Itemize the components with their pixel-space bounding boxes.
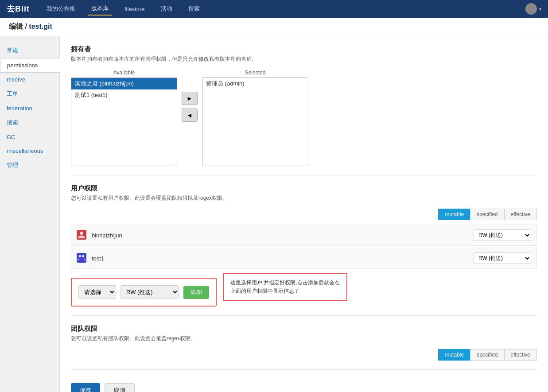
nav-activity[interactable]: 活动	[157, 3, 176, 15]
app-logo: 去Blit	[7, 4, 30, 14]
user-perm-desc: 您可以设置私有用户权限。此设置会覆盖团队权限以及regex权限。	[71, 194, 537, 202]
selected-listbox[interactable]: 管理员 (admin)	[202, 78, 308, 166]
team-perm-title: 团队权限	[71, 325, 537, 333]
selected-label: Selected	[245, 70, 266, 76]
user-selector[interactable]: 请选择	[78, 285, 116, 299]
sidebar-item-search[interactable]: 搜索	[0, 115, 59, 130]
add-button[interactable]: 添加	[183, 286, 209, 299]
breadcrumb-repo[interactable]: test.git	[29, 23, 52, 30]
tab-specified-user[interactable]: specified	[470, 209, 504, 220]
sidebar-item-receive[interactable]: receive	[0, 73, 59, 86]
svg-rect-2	[77, 253, 86, 263]
move-right-button[interactable]: ►	[182, 92, 198, 105]
perm-select-binhaizhijun[interactable]: RW (推送) R (只读) RW+ (强制推送) 禁止 (deny)	[474, 229, 531, 241]
divider-3	[71, 369, 537, 370]
tab-mutable-team[interactable]: mutable	[438, 349, 470, 361]
avatar[interactable]	[525, 3, 537, 15]
perm-selector[interactable]: RW (推送) R (只读) RW+ (强制推送) 禁止 (deny)	[120, 285, 179, 299]
perm-row-binhaizhijun: binhaizhijun RW (推送) R (只读) RW+ (强制推送) 禁…	[71, 225, 537, 246]
owner-listbox-area: Available 滨海之君 (binhaizhijun) 测试1 (test1…	[71, 70, 537, 166]
sidebar-item-admin[interactable]: 管理	[0, 158, 59, 173]
tab-effective-team[interactable]: effective	[504, 349, 537, 361]
transfer-buttons: ► ◄	[182, 92, 198, 122]
tab-mutable-user[interactable]: mutable	[438, 209, 470, 220]
user-perm-section: 用户权限 您可以设置私有用户权限。此设置会覆盖团队权限以及regex权限。 mu…	[71, 184, 537, 307]
nav-search[interactable]: 搜索	[185, 3, 203, 15]
user-perm-tabs: mutable specified effective	[71, 209, 537, 220]
username-test1: test1	[92, 255, 469, 262]
sidebar-item-permissions[interactable]: permissions	[0, 58, 60, 73]
svg-point-1	[80, 232, 83, 235]
team-perm-tabs: mutable specified effective	[71, 349, 537, 361]
selected-col: Selected 管理员 (admin)	[202, 70, 308, 166]
available-label: Available	[113, 70, 135, 76]
selected-item-admin[interactable]: 管理员 (admin)	[202, 78, 308, 89]
sidebar-item-gongdan[interactable]: 工单	[0, 86, 59, 101]
sidebar-item-gc[interactable]: GC	[0, 130, 59, 144]
username-binhaizhijun: binhaizhijun	[92, 232, 469, 239]
add-user-panel: 请选择 RW (推送) R (只读) RW+ (强制推送) 禁止 (deny) …	[71, 278, 217, 307]
content-area: 拥有者 版本库拥有者拥有版本库的所有管理权限，但是只允许修改私有版本库的名称。 …	[60, 36, 548, 392]
main-layout: 常规 permissions receive 工单 federation 搜索 …	[0, 36, 548, 392]
move-left-button[interactable]: ◄	[182, 109, 198, 122]
sidebar: 常规 permissions receive 工单 federation 搜索 …	[0, 36, 60, 392]
user-icon-test1	[77, 253, 87, 264]
sidebar-item-federation[interactable]: federation	[0, 101, 59, 115]
available-listbox[interactable]: 滨海之君 (binhaizhijun) 测试1 (test1)	[71, 78, 177, 166]
user-icon-binhaizhijun	[77, 230, 87, 241]
action-buttons: 保存 取消	[71, 379, 537, 392]
breadcrumb-prefix: 编辑	[9, 23, 23, 30]
add-user-tooltip: 这里选择用户,并指定好权限,点击添加后就会在上面的用户权限中显示信息了	[223, 273, 347, 301]
team-perm-section: 团队权限 您可以设置私有团队权限。此设置会覆盖regex权限。 mutable …	[71, 325, 537, 361]
top-nav: 去Blit 我的公告板 版本库 filestore 活动 搜索 ▾	[0, 0, 548, 18]
owner-title: 拥有者	[71, 45, 537, 54]
breadcrumb-separator: /	[25, 23, 29, 30]
tab-specified-team[interactable]: specified	[470, 349, 504, 361]
nav-right: ▾	[525, 3, 541, 15]
team-perm-desc: 您可以设置私有团队权限。此设置会覆盖regex权限。	[71, 335, 537, 342]
sidebar-item-misc[interactable]: miscellaneous	[0, 144, 59, 158]
sidebar-item-changgui[interactable]: 常规	[0, 43, 59, 58]
save-button[interactable]: 保存	[71, 383, 100, 392]
user-perm-title: 用户权限	[71, 184, 537, 193]
cancel-button[interactable]: 取消	[105, 383, 135, 392]
perm-select-test1[interactable]: RW (推送) R (只读) RW+ (强制推送) 禁止 (deny)	[474, 252, 531, 264]
svg-point-4	[82, 255, 85, 258]
nav-repos[interactable]: 版本库	[88, 2, 112, 16]
available-item-test1[interactable]: 测试1 (test1)	[71, 89, 177, 101]
available-col: Available 滨海之君 (binhaizhijun) 测试1 (test1…	[71, 70, 177, 166]
tab-effective-user[interactable]: effective	[504, 209, 537, 220]
chevron-down-icon: ▾	[539, 7, 541, 12]
breadcrumb: 编辑 / test.git	[0, 18, 548, 36]
svg-point-3	[79, 255, 82, 258]
divider-1	[71, 175, 537, 175]
perm-row-test1: test1 RW (推送) R (只读) RW+ (强制推送) 禁止 (deny…	[71, 248, 537, 269]
divider-2	[71, 315, 537, 316]
nav-filestore[interactable]: filestore	[121, 4, 148, 15]
owner-description: 版本库拥有者拥有版本库的所有管理权限，但是只允许修改私有版本库的名称。	[71, 55, 537, 63]
available-item-binhaizhijun[interactable]: 滨海之君 (binhaizhijun)	[71, 78, 177, 89]
nav-bulletin[interactable]: 我的公告板	[43, 3, 79, 15]
owner-section: 拥有者 版本库拥有者拥有版本库的所有管理权限，但是只允许修改私有版本库的名称。 …	[71, 45, 537, 166]
